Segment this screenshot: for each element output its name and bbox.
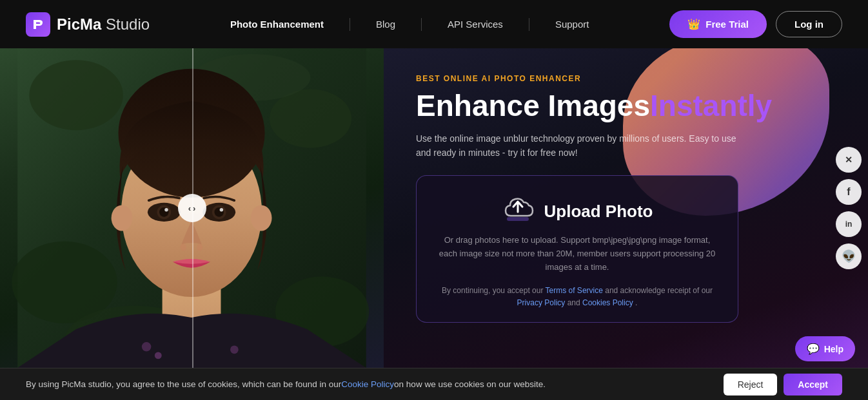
- accept-cookies-button[interactable]: Accept: [784, 374, 842, 395]
- headline-purple: Instantly: [650, 89, 772, 122]
- messenger-icon: 💬: [807, 343, 820, 355]
- cookies-policy-link[interactable]: Cookies Policy: [582, 298, 633, 307]
- logo-icon: [26, 12, 50, 37]
- svg-point-25: [220, 208, 223, 211]
- social-x-button[interactable]: ✕: [836, 147, 862, 173]
- upload-card[interactable]: Upload Photo Or drag photos here to uplo…: [416, 175, 738, 323]
- svg-point-12: [155, 352, 162, 359]
- reject-cookies-button[interactable]: Reject: [724, 374, 778, 395]
- svg-point-24: [164, 208, 168, 211]
- help-button[interactable]: 💬 Help: [795, 336, 855, 361]
- content-inner: BEST ONLINE AI PHOTO ENHANCER Enhance Im…: [416, 74, 836, 323]
- crown-icon: 👑: [687, 18, 700, 30]
- cloud-upload-icon: [502, 194, 534, 229]
- photo-comparison: ‹ ›: [0, 48, 384, 368]
- upload-icon-area: Upload Photo: [502, 194, 653, 229]
- svg-point-11: [142, 342, 152, 352]
- terms-of-service-link[interactable]: Terms of Service: [546, 286, 603, 295]
- social-sidebar: ✕ f in 👽: [836, 147, 862, 269]
- photo-background: ‹ ›: [0, 48, 384, 368]
- slider-control[interactable]: ‹ ›: [178, 194, 206, 222]
- upload-top: Upload Photo Or drag photos here to uplo…: [436, 194, 718, 274]
- upload-description: Or drag photos here to upload. Support b…: [436, 234, 718, 274]
- svg-point-27: [197, 243, 202, 251]
- nav-support[interactable]: Support: [555, 19, 589, 30]
- main-area: ‹ › BEST ONLINE AI PHOTO ENHANCER Enhanc…: [0, 48, 868, 368]
- logo-text: PicMa Studio: [57, 15, 150, 33]
- arrow-right: ›: [193, 204, 195, 213]
- cookie-policy-link[interactable]: Cookie Policy: [341, 379, 394, 389]
- hero-headline: Enhance ImagesInstantly: [416, 90, 836, 122]
- svg-point-4: [270, 90, 351, 148]
- privacy-policy-link[interactable]: Privacy Policy: [517, 298, 566, 307]
- terms-text: By continuing, you accept our Terms of S…: [436, 285, 718, 309]
- nav-links: Photo Enhancement Blog API Services Supp…: [230, 18, 589, 31]
- slider-arrows: ‹ ›: [188, 204, 196, 213]
- svg-point-16: [112, 205, 133, 231]
- headline-white: Enhance Images: [416, 89, 650, 122]
- nav-divider-3: [529, 18, 529, 31]
- hero-description: Use the online image unblur technology p…: [416, 131, 738, 160]
- svg-rect-28: [507, 217, 529, 221]
- nav-divider-2: [421, 18, 422, 31]
- social-reddit-button[interactable]: 👽: [836, 243, 862, 269]
- svg-point-13: [230, 345, 239, 354]
- svg-point-17: [251, 205, 272, 231]
- nav-actions: 👑 Free Trial Log in: [669, 10, 842, 38]
- login-button[interactable]: Log in: [776, 11, 842, 37]
- nav-divider-1: [350, 18, 350, 31]
- svg-point-26: [181, 243, 186, 251]
- social-facebook-button[interactable]: f: [836, 179, 862, 205]
- cookie-text: By using PicMa studio, you agree to the …: [26, 379, 717, 389]
- arrow-left: ‹: [188, 204, 191, 213]
- upload-title: Upload Photo: [544, 202, 653, 222]
- hero-subtitle: BEST ONLINE AI PHOTO ENHANCER: [416, 74, 836, 83]
- logo-area: PicMa Studio: [26, 12, 150, 37]
- nav-photo-enhancement[interactable]: Photo Enhancement: [230, 19, 324, 30]
- social-linkedin-button[interactable]: in: [836, 211, 862, 237]
- svg-point-3: [29, 60, 123, 130]
- navbar: PicMa Studio Photo Enhancement Blog API …: [0, 0, 868, 48]
- nav-blog[interactable]: Blog: [376, 19, 395, 30]
- cookie-banner: By using PicMa studio, you agree to the …: [0, 368, 868, 400]
- content-side: BEST ONLINE AI PHOTO ENHANCER Enhance Im…: [384, 48, 868, 368]
- free-trial-button[interactable]: 👑 Free Trial: [669, 10, 767, 38]
- nav-api-services[interactable]: API Services: [448, 19, 503, 30]
